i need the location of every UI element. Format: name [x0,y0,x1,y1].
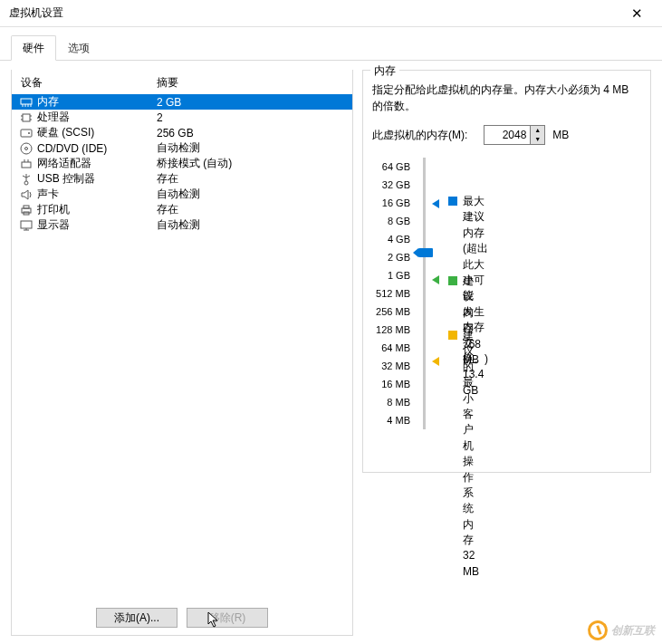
slider-tick: 32 MB [372,357,410,375]
svg-rect-0 [21,99,32,104]
slider-tick: 8 MB [372,393,410,411]
device-summary: 256 GB [157,127,352,139]
marker-max-icon [432,197,439,208]
memory-input-label: 此虚拟机的内存(M): [372,128,467,143]
device-summary: 自动检测 [157,217,352,233]
svg-point-13 [25,147,28,149]
slider-tick: 4 GB [372,230,410,248]
device-name: USB 控制器 [37,171,157,187]
printer-icon [19,203,34,216]
memory-description: 指定分配给此虚拟机的内存量。内存大小必须为 4 MB 的倍数。 [372,82,641,114]
slider-tick: 512 MB [372,284,410,303]
memory-group-title: 内存 [370,63,399,79]
tabs-bar: 硬件 选项 [0,27,662,61]
device-row-net[interactable]: 网络适配器桥接模式 (自动) [12,156,352,171]
device-name: 显示器 [37,217,157,233]
slider-tick: 16 MB [372,375,410,393]
svg-rect-5 [23,114,30,121]
device-row-disk[interactable]: 硬盘 (SCSI)256 GB [12,125,352,140]
slider-tick: 64 MB [372,339,410,357]
svg-point-17 [24,181,28,185]
legend-max-swatch [448,197,457,206]
tab-options[interactable]: 选项 [56,35,101,61]
device-row-sound[interactable]: 声卡自动检测 [12,187,352,202]
tab-hardware[interactable]: 硬件 [11,35,56,61]
legend-min-swatch [448,331,457,340]
svg-point-12 [21,143,32,154]
device-name: 打印机 [37,202,157,217]
device-row-display[interactable]: 显示器自动检测 [12,217,352,233]
device-list-panel: 设备 摘要 内存2 GB处理器2硬盘 (SCSI)256 GBCD/DVD (I… [11,70,353,636]
device-name: 处理器 [37,110,157,125]
marker-min-icon [432,355,439,366]
slider-tick: 1 GB [372,266,410,284]
remove-button[interactable]: 移除(R) [187,608,268,628]
add-button[interactable]: 添加(A)... [96,608,177,628]
cd-icon [19,141,34,155]
device-summary: 自动检测 [157,187,352,202]
device-summary: 2 [157,111,352,124]
disk-icon [19,126,34,139]
memory-input[interactable] [485,126,530,144]
legend-min: 建议的最小客户机操作系统内存 32 MB [463,328,479,580]
svg-rect-22 [24,206,29,208]
device-summary: 存在 [157,202,352,217]
svg-rect-24 [21,221,32,228]
svg-point-11 [28,132,30,134]
display-icon [19,218,34,232]
device-name: 内存 [37,94,157,110]
usb-icon [19,172,34,186]
memory-unit: MB [552,129,569,141]
legend-rec-swatch [448,276,457,285]
device-summary: 桥接模式 (自动) [157,156,352,171]
slider-thumb[interactable] [418,248,433,257]
device-row-usb[interactable]: USB 控制器存在 [12,171,352,187]
slider-tick: 32 GB [372,176,410,194]
device-summary: 存在 [157,171,352,187]
slider-tick: 4 MB [372,411,410,429]
svg-line-19 [23,176,26,178]
slider-tick: 128 MB [372,321,410,339]
device-name: 声卡 [37,187,157,202]
spinner-down-icon[interactable]: ▼ [531,135,544,144]
slider-tick: 2 GB [372,248,410,266]
slider-tick: 256 MB [372,303,410,321]
svg-line-20 [26,176,30,178]
close-icon[interactable]: ✕ [619,1,655,26]
spinner-up-icon[interactable]: ▲ [531,126,544,135]
memory-groupbox: 内存 指定分配给此虚拟机的内存量。内存大小必须为 4 MB 的倍数。 此虚拟机的… [362,70,651,473]
window-title: 虚拟机设置 [7,5,619,21]
device-row-cpu[interactable]: 处理器2 [12,110,352,125]
net-icon [19,157,34,170]
slider-tick: 8 GB [372,212,410,230]
device-name: 网络适配器 [37,156,157,171]
svg-rect-10 [21,130,32,137]
slider-tick: 16 GB [372,194,410,212]
marker-rec-icon [432,274,439,284]
device-row-printer[interactable]: 打印机存在 [12,202,352,217]
sound-icon [19,187,34,201]
device-name: 硬盘 (SCSI) [37,125,157,140]
cpu-icon [19,111,34,124]
device-row-cd[interactable]: CD/DVD (IDE)自动检测 [12,140,352,156]
device-name: CD/DVD (IDE) [37,142,157,155]
device-row-memory[interactable]: 内存2 GB [12,94,352,110]
slider-tick: 64 GB [372,158,410,176]
device-summary: 2 GB [157,96,352,109]
column-device: 设备 [19,75,157,91]
memory-icon [19,95,34,109]
memory-slider[interactable] [416,158,432,429]
svg-rect-14 [22,162,31,168]
device-summary: 自动检测 [157,140,352,156]
column-summary: 摘要 [157,75,352,91]
